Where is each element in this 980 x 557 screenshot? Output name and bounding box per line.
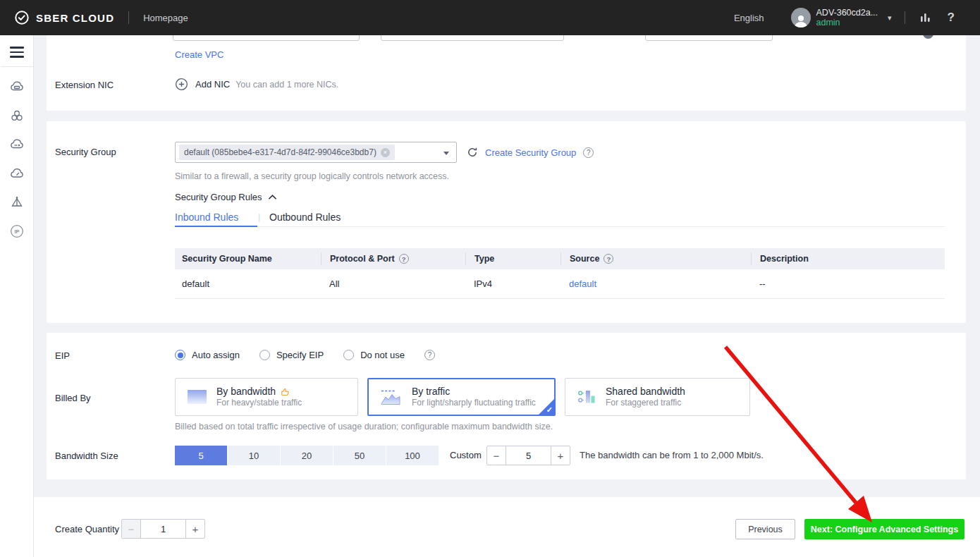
- add-nic-button[interactable]: Add NIC: [195, 79, 230, 90]
- brand-name: SBER CLOUD: [36, 12, 114, 24]
- add-nic-plus-icon[interactable]: [175, 78, 188, 91]
- col-description: Description: [760, 254, 809, 264]
- by-traffic-subtitle: For light/sharply fluctuating traffic: [412, 398, 536, 408]
- by-bandwidth-subtitle: For heavy/stable traffic: [216, 398, 302, 408]
- radio-do-not-use[interactable]: [343, 350, 354, 360]
- remove-tag-icon[interactable]: ×: [381, 148, 390, 157]
- custom-label: Custom: [450, 450, 482, 460]
- create-vpc-link[interactable]: Create VPC: [175, 49, 223, 60]
- radio-auto-assign-label: Auto assign: [192, 350, 240, 360]
- tabs-underline-track: [175, 226, 945, 227]
- bandwidth-size-label: Bandwidth Size: [55, 451, 118, 461]
- sidebar-item-network-icon[interactable]: [8, 194, 25, 211]
- next-configure-advanced-settings-button[interactable]: Next: Configure Advanced Settings: [804, 519, 964, 539]
- rule-description: --: [759, 278, 766, 289]
- thumbs-up-icon: [280, 386, 290, 397]
- security-group-help-icon[interactable]: ?: [583, 147, 594, 158]
- homepage-link[interactable]: Homepage: [143, 13, 188, 23]
- vpc-select-partial[interactable]: [173, 35, 360, 41]
- sidebar-item-monitor-icon[interactable]: [8, 165, 25, 182]
- account-name: ADV-360cd2a...: [816, 8, 878, 18]
- quantity-value[interactable]: 1: [141, 520, 185, 538]
- bandwidth-presets: 5 10 20 50 100: [175, 446, 439, 465]
- bandwidth-stepper: − 5 +: [486, 446, 570, 465]
- preset-10[interactable]: 10: [228, 446, 280, 465]
- selected-security-group-tag: default (085bebe4-e317-4d7d-84f2-99046ce…: [179, 145, 395, 160]
- quantity-plus-button[interactable]: +: [185, 520, 204, 538]
- security-group-label: Security Group: [55, 147, 116, 157]
- shared-bandwidth-title: Shared bandwidth: [606, 386, 685, 398]
- rule-name: default: [182, 278, 209, 289]
- tab-inbound-rules[interactable]: Inbound Rules: [175, 212, 238, 223]
- inbound-rules-table: Security Group Name Protocol & Port? Typ…: [175, 248, 945, 299]
- previous-button[interactable]: Previous: [735, 519, 795, 539]
- brand-logo[interactable]: SBER CLOUD: [14, 10, 114, 25]
- rule-type: IPv4: [474, 278, 492, 289]
- by-bandwidth-title: By bandwidth: [216, 386, 276, 398]
- col-security-group-name: Security Group Name: [182, 254, 272, 264]
- account-role: admin: [816, 18, 878, 27]
- menu-hamburger-icon[interactable]: [10, 47, 24, 58]
- bandwidth-plus-button[interactable]: +: [551, 446, 570, 465]
- shared-bandwidth-icon: [577, 388, 596, 405]
- rule-source-link[interactable]: default: [569, 278, 596, 289]
- header-divider: [128, 11, 129, 24]
- refresh-icon[interactable]: [467, 147, 478, 158]
- security-group-description: Similar to a firewall, a security group …: [175, 171, 449, 181]
- quantity-minus-button[interactable]: −: [122, 520, 141, 538]
- account-info[interactable]: ADV-360cd2a... admin: [816, 8, 878, 28]
- usage-chart-icon[interactable]: [919, 12, 932, 23]
- security-group-select[interactable]: default (085bebe4-e317-4d7d-84f2-99046ce…: [175, 142, 457, 163]
- selected-check-icon: ✓: [546, 405, 553, 415]
- security-group-card: Security Group default (085bebe4-e317-4d…: [47, 121, 966, 323]
- billed-option-shared-bandwidth[interactable]: Shared bandwidth For staggered traffic: [565, 378, 750, 416]
- tab-separator: |: [258, 212, 260, 222]
- bandwidth-value[interactable]: 5: [506, 446, 551, 465]
- left-sidebar: IP: [0, 35, 34, 557]
- bandwidth-note: The bandwidth can be from 1 to 2,000 Mbi…: [580, 450, 764, 460]
- rules-toggle-label: Security Group Rules: [175, 192, 262, 202]
- account-caret-icon[interactable]: ▾: [888, 13, 892, 23]
- extension-nic-label: Extension NIC: [55, 80, 114, 90]
- preset-20[interactable]: 20: [281, 446, 333, 465]
- eip-options: Auto assign Specify EIP Do not use ?: [175, 350, 435, 360]
- select-caret-icon[interactable]: [443, 152, 449, 155]
- protocol-help-icon[interactable]: ?: [399, 254, 409, 264]
- bandwidth-minus-button[interactable]: −: [487, 446, 506, 465]
- sidebar-item-cluster-icon[interactable]: [8, 107, 25, 124]
- table-header-row: Security Group Name Protocol & Port? Typ…: [175, 248, 945, 269]
- by-traffic-title: By traffic: [412, 386, 450, 398]
- create-security-group-link[interactable]: Create Security Group: [485, 147, 576, 158]
- help-icon[interactable]: ?: [948, 11, 955, 25]
- sidebar-item-ecs-icon[interactable]: [8, 78, 25, 95]
- language-selector[interactable]: English: [734, 13, 764, 23]
- header-divider-2: [905, 11, 905, 24]
- page: SBER CLOUD Homepage English ADV-360cd2a.…: [0, 0, 980, 557]
- preset-5[interactable]: 5: [175, 446, 227, 465]
- eip-card: EIP Auto assign Specify EIP Do not use ?…: [47, 333, 966, 479]
- ip-select-partial[interactable]: [645, 35, 773, 41]
- quantity-stepper: − 1 +: [121, 519, 205, 539]
- billed-option-by-traffic[interactable]: By traffic For light/sharply fluctuating…: [367, 378, 556, 416]
- source-help-icon[interactable]: ?: [604, 254, 613, 264]
- eip-help-icon[interactable]: ?: [424, 350, 435, 360]
- tab-outbound-rules[interactable]: Outbound Rules: [269, 212, 341, 223]
- preset-100[interactable]: 100: [386, 446, 439, 465]
- avatar[interactable]: [791, 8, 811, 27]
- preset-50[interactable]: 50: [333, 446, 386, 465]
- settings-gear-partial-icon: [923, 35, 933, 39]
- radio-auto-assign[interactable]: [175, 350, 185, 360]
- selected-security-group-value: default (085bebe4-e317-4d7d-84f2-99046ce…: [184, 147, 376, 157]
- subnet-select-partial[interactable]: [381, 35, 564, 41]
- radio-do-not-use-label: Do not use: [360, 350, 405, 360]
- svg-text:IP: IP: [14, 228, 19, 235]
- sidebar-item-server-icon[interactable]: [8, 136, 25, 153]
- add-nic-hint: You can add 1 more NICs.: [235, 80, 338, 90]
- top-header-bar: SBER CLOUD Homepage English ADV-360cd2a.…: [0, 0, 980, 35]
- table-row: default All IPv4 default --: [175, 269, 945, 299]
- chevron-up-icon: [268, 194, 277, 200]
- security-group-rules-toggle[interactable]: Security Group Rules: [175, 192, 277, 202]
- sidebar-item-eip-icon[interactable]: IP: [8, 223, 25, 240]
- radio-specify-eip[interactable]: [259, 350, 270, 360]
- billed-option-by-bandwidth[interactable]: By bandwidth For heavy/stable traffic: [175, 378, 358, 416]
